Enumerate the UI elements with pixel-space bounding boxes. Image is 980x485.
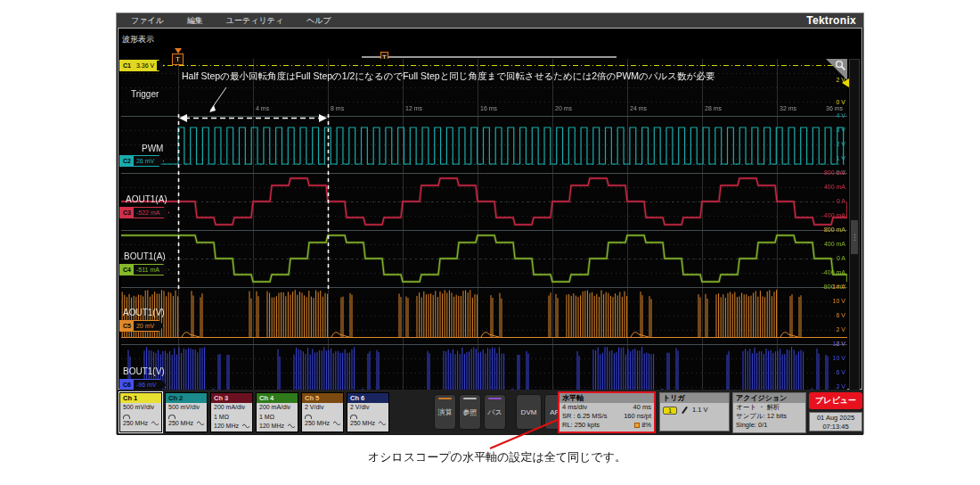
menu-utility[interactable]: ユーティリティ — [226, 15, 283, 27]
trigger-flag-label: T — [172, 53, 184, 65]
preview-button[interactable]: プレビュー — [809, 392, 862, 409]
bandwidth-limit-icon — [333, 419, 340, 429]
reference-color-stripe — [463, 398, 477, 399]
menu-bar: ファイル 編集 ユーティリティ ヘルプ Tektronix — [117, 13, 863, 28]
dvm-button[interactable]: DVM — [516, 394, 542, 430]
datetime-display: 01 Aug 2025 07:13:45 — [809, 412, 862, 432]
channel-button-ch1[interactable]: Ch 1 500 mV/div 250 MHz — [119, 392, 162, 432]
channel-badges: Ch 1 500 mV/div 250 MHz Ch 2 500 mV/div … — [119, 392, 389, 432]
channel-label-bout1a: BOUT1(A) — [124, 251, 166, 261]
bandwidth-limit-icon — [288, 422, 295, 432]
trigger-level-arrow[interactable] — [842, 78, 849, 87]
waveform-canvas[interactable] — [121, 59, 847, 401]
bandwidth-limit-icon — [197, 419, 204, 429]
bandwidth-limit-icon — [151, 419, 159, 429]
function-buttons: 演算 参照 バス DVM AFG — [434, 394, 570, 430]
waveform-display: 波形表示 T 2 V0 V4 V3 V2 V1 V0 V800 mA400 mA… — [118, 28, 862, 390]
horizontal-settings-panel[interactable]: 水平軸 4 ms/div40 ms SR : 6.25 MS/s160 ns/p… — [558, 391, 656, 433]
date-text: 01 Aug 2025 — [810, 414, 862, 423]
channel-button-ch2[interactable]: Ch 2 500 mV/div 250 MHz — [165, 392, 208, 432]
oscilloscope-window: ファイル 編集 ユーティリティ ヘルプ Tektronix 波形表示 T 2 V… — [116, 12, 864, 434]
pan-slider-track[interactable] — [362, 56, 617, 58]
time-text: 07:13:45 — [810, 423, 862, 432]
scrollbar-handle[interactable]: ⋮ — [851, 220, 858, 254]
channel-label-aout1v: AOUT1(V) — [123, 308, 165, 317]
bus-button[interactable]: バス — [484, 394, 506, 430]
channel-label-bout1v: BOUT1(V) — [123, 366, 165, 376]
channel-badge-c5[interactable]: C520 mV — [119, 320, 164, 332]
annotation-text: Half Stepの最小回転角度はFull Stepの1/2になるのでFull … — [182, 70, 715, 83]
channel-button-ch4[interactable]: Ch 4 200 mA/div 1 MΩ 120 MHz — [256, 392, 298, 432]
position-indicator-icon — [634, 423, 640, 428]
trigger-source-badge: 1 — [663, 407, 677, 415]
acquisition-settings-panel[interactable]: アクイジション オート ・ 解析 サンプル: 12 bits Single: 0… — [732, 392, 806, 433]
bottom-bar: Ch 1 500 mV/div 250 MHz Ch 2 500 mV/div … — [117, 390, 863, 435]
channel-label-trigger: Trigger — [131, 89, 159, 99]
vertical-scrollbar[interactable]: ⋮ — [849, 59, 860, 401]
channel-badge-c4[interactable]: C4-511 mA — [119, 264, 169, 275]
caption-text: オシロスコープの水平軸の設定は全て同じです。 — [368, 449, 626, 465]
trigger-settings-panel[interactable]: トリガ 1 1.1 V — [659, 392, 730, 432]
channel-badge-c2[interactable]: C226 mV — [119, 155, 164, 167]
math-button[interactable]: 演算 — [434, 394, 456, 430]
graticule: 2 V0 V4 V3 V2 V1 V0 V800 mA400 mA0 A-400… — [121, 59, 847, 401]
reference-button[interactable]: 参照 — [459, 394, 481, 430]
menu-file[interactable]: ファイル — [131, 15, 164, 27]
channel-badge-c1[interactable]: C13.36 V — [119, 60, 164, 71]
channel-button-ch6[interactable]: Ch 6 2 V/div 250 MHz — [347, 392, 389, 432]
tab-waveform-view[interactable]: 波形表示 — [122, 34, 154, 45]
menu-edit[interactable]: 編集 — [187, 15, 203, 27]
menu-help[interactable]: ヘルプ — [306, 15, 331, 27]
channel-button-ch5[interactable]: Ch 5 2 V/div 250 MHz — [301, 392, 344, 432]
tektronix-logo: Tektronix — [806, 14, 856, 27]
channel-button-ch3[interactable]: Ch 3 200 mA/div 1 MΩ 120 MHz — [210, 392, 253, 432]
bus-color-stripe — [488, 398, 502, 399]
magnifier-icon — [835, 60, 846, 71]
channel-badge-c3[interactable]: C3-522 mA — [119, 207, 169, 218]
rising-edge-icon — [682, 407, 688, 415]
channel-label-aout1a: AOUT1(A) — [126, 194, 167, 204]
page: ファイル 編集 ユーティリティ ヘルプ Tektronix 波形表示 T 2 V… — [0, 0, 980, 485]
trigger-position-marker[interactable]: T — [172, 48, 184, 68]
zoom-corner-control[interactable] — [826, 59, 847, 80]
bandwidth-limit-icon — [242, 422, 249, 432]
channel-label-pwm: PWM — [142, 144, 163, 153]
math-color-stripe — [438, 398, 452, 399]
bandwidth-limit-icon — [379, 419, 386, 429]
